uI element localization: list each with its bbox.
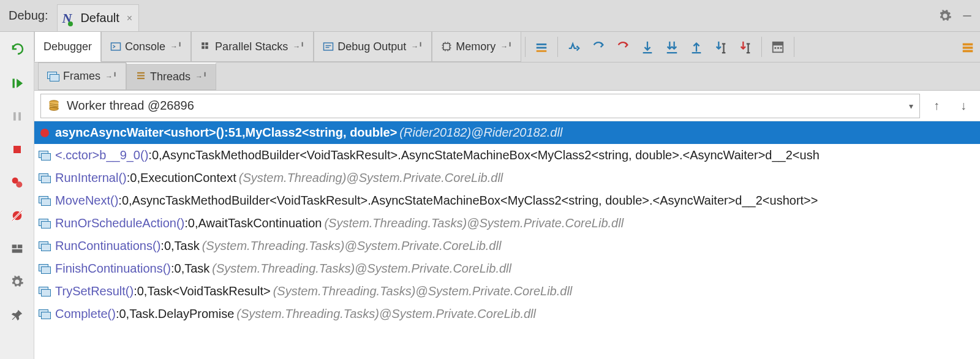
- debugger-subtabs: Frames →╹ Threads →╹: [34, 62, 980, 91]
- frame-method: <.cctor>b__9_0(): [55, 148, 148, 162]
- frame-module: (System.Threading.Tasks)@System.Private.…: [273, 284, 573, 298]
- frame-type: AsyncTaskMethodBuilder<VoidTaskResult>.A…: [132, 194, 818, 208]
- dotnet-icon: N: [62, 10, 72, 26]
- mute-breakpoints-button[interactable]: [6, 205, 28, 227]
- subtab-threads[interactable]: Threads →╹: [126, 62, 216, 90]
- step-over-button[interactable]: [562, 32, 586, 62]
- frame-module: (System.Threading.Tasks)@System.Private.…: [236, 307, 536, 321]
- force-run-to-cursor-button[interactable]: [733, 32, 758, 62]
- frame-method: RunContinuations(): [55, 239, 160, 253]
- run-to-cursor-button[interactable]: [709, 32, 733, 62]
- force-step-into-button[interactable]: [635, 32, 660, 62]
- frame-list: async AsyncWaiter<ushort>():51, MyClass2…: [34, 121, 980, 359]
- subtab-frames-label: Frames: [63, 70, 100, 83]
- frame-row[interactable]: TrySetResult():0, Task<VoidTaskResult> (…: [34, 280, 980, 303]
- view-breakpoints-button[interactable]: [6, 172, 28, 194]
- pin-icon: →╹: [411, 42, 423, 51]
- frame-row[interactable]: async AsyncWaiter<ushort>():51, MyClass2…: [34, 121, 980, 144]
- svg-rect-0: [963, 15, 971, 17]
- frames-icon: [47, 72, 59, 81]
- frame-module: (System.Threading.Tasks)@System.Private.…: [212, 262, 511, 276]
- run-config-name: Default: [80, 11, 119, 25]
- layout-button[interactable]: [6, 238, 28, 260]
- frame-method: RunInternal(): [55, 171, 127, 185]
- run-config-tab[interactable]: N Default ×: [57, 4, 140, 31]
- subtab-frames[interactable]: Frames →╹: [38, 62, 126, 90]
- rerun-button[interactable]: [6, 39, 28, 61]
- thread-selector[interactable]: Worker thread @26896 ▾: [40, 94, 920, 118]
- frame-row[interactable]: <.cctor>b__9_0():0, AsyncTaskMethodBuild…: [34, 144, 980, 167]
- frame-row[interactable]: RunOrScheduleAction():0, AwaitTaskContin…: [34, 212, 980, 235]
- frame-row[interactable]: Complete():0, Task.DelayPromise (System.…: [34, 303, 980, 325]
- frame-module: (System.Threading.Tasks)@System.Private.…: [324, 216, 624, 230]
- frame-location: :0,: [184, 216, 198, 230]
- frame-module: (System.Threading.Tasks)@System.Private.…: [202, 239, 502, 253]
- minimize-button[interactable]: [958, 7, 976, 25]
- frame-type: AwaitTaskContinuation: [198, 216, 322, 230]
- svg-rect-53: [963, 43, 973, 45]
- layout-settings-button[interactable]: [956, 32, 980, 62]
- frame-location: :0,: [134, 284, 147, 298]
- tab-parallel-stacks[interactable]: Parallel Stacks →╹: [191, 32, 314, 62]
- frame-prefix: async: [55, 126, 90, 140]
- frame-row[interactable]: MoveNext():0, AsyncTaskMethodBuilder<Voi…: [34, 189, 980, 212]
- stop-button[interactable]: [6, 138, 28, 161]
- frame-method: FinishContinuations(): [55, 262, 171, 276]
- frame-location: :0,: [118, 194, 132, 208]
- evaluate-expression-button[interactable]: [766, 32, 790, 62]
- close-icon[interactable]: ×: [127, 13, 132, 24]
- frame-location: :0,: [160, 239, 174, 253]
- step-out-button[interactable]: [684, 32, 709, 62]
- pin-button[interactable]: [6, 304, 28, 326]
- tab-parallel-label: Parallel Stacks: [215, 40, 288, 53]
- previous-frame-button[interactable]: ↑: [926, 96, 947, 116]
- svg-point-6: [16, 181, 22, 187]
- thread-spool-icon: [47, 99, 61, 113]
- svg-rect-10: [12, 244, 17, 248]
- console-icon: [110, 41, 121, 52]
- svg-rect-51: [777, 47, 779, 49]
- frame-row[interactable]: FinishContinuations():0, Task (System.Th…: [34, 257, 980, 280]
- pause-button[interactable]: [6, 105, 28, 127]
- next-frame-button[interactable]: ↓: [953, 96, 974, 116]
- frame-method: MoveNext(): [55, 194, 118, 208]
- frame-location: :0,: [127, 171, 140, 185]
- tab-console-label: Console: [125, 40, 165, 53]
- tab-debugger[interactable]: Debugger: [34, 32, 101, 62]
- tab-memory[interactable]: Memory →╹: [432, 32, 521, 62]
- stack-frame-icon: [37, 151, 53, 161]
- frame-location: :0,: [171, 262, 184, 276]
- tab-debug-output[interactable]: Debug Output →╹: [314, 32, 432, 62]
- frame-location: :0,: [116, 307, 129, 321]
- gear-icon: [938, 9, 952, 23]
- pin-icon: →╹: [195, 72, 207, 81]
- frame-row[interactable]: RunContinuations():0, Task (System.Threa…: [34, 235, 980, 257]
- svg-rect-15: [202, 46, 205, 49]
- frame-row[interactable]: RunInternal():0, ExecutionContext (Syste…: [34, 167, 980, 189]
- frame-type: AsyncTaskMethodBuilder<VoidTaskResult>.A…: [162, 148, 820, 162]
- settings-gutter-button[interactable]: [6, 271, 28, 293]
- step-into-red-button[interactable]: [611, 32, 635, 62]
- debugger-toolbar: Debugger Console →╹ Parallel Stacks →╹ D…: [34, 32, 980, 62]
- show-execution-point-button[interactable]: [529, 32, 554, 62]
- tab-console[interactable]: Console →╹: [101, 32, 191, 62]
- debug-header: Debug: N Default ×: [0, 0, 980, 32]
- debug-gutter: [0, 32, 34, 359]
- step-into-button[interactable]: [586, 32, 611, 62]
- stack-frame-icon: [37, 173, 53, 183]
- stack-frame-icon: [37, 196, 53, 206]
- svg-rect-16: [205, 42, 208, 45]
- frame-location: :0,: [148, 148, 162, 162]
- frame-type: ExecutionContext: [140, 171, 236, 185]
- smart-step-into-button[interactable]: [660, 32, 684, 62]
- stack-frame-icon: [37, 287, 53, 297]
- frame-type: Task: [175, 239, 200, 253]
- settings-button[interactable]: [936, 7, 954, 25]
- svg-rect-1: [12, 79, 14, 88]
- thread-selector-value: Worker thread @26896: [67, 99, 194, 113]
- frame-method: AsyncWaiter<ushort>(): [90, 126, 224, 140]
- resume-button[interactable]: [6, 72, 28, 94]
- svg-rect-3: [18, 112, 21, 121]
- pin-icon: →╹: [170, 42, 182, 51]
- svg-point-65: [40, 129, 49, 137]
